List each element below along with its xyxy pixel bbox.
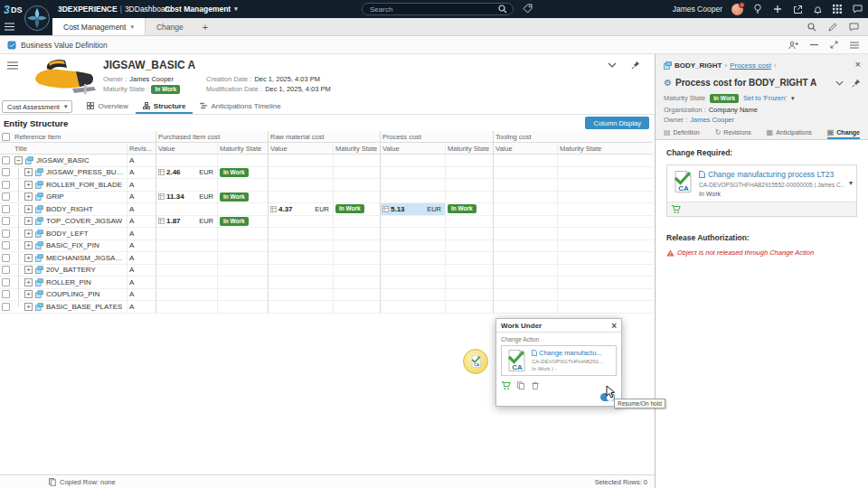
cost-value-cell[interactable]	[380, 265, 445, 277]
cost-value-cell[interactable]	[268, 301, 333, 314]
change-action-link[interactable]: Change manufactu...	[532, 349, 603, 357]
close-icon[interactable]: ×	[611, 321, 617, 331]
change-action-card[interactable]: CA Change manufacturing process LT23 CA-…	[666, 164, 857, 217]
row-checkbox[interactable]	[2, 266, 10, 274]
search-input[interactable]	[368, 5, 498, 14]
table-row[interactable]: +COUPLING_PINA	[0, 289, 653, 302]
row-checkbox[interactable]	[2, 205, 10, 213]
cost-maturity-cell[interactable]	[445, 240, 493, 253]
collapse-panel-chevron-icon[interactable]	[835, 80, 844, 86]
change-action-drag-ghost[interactable]: CA	[463, 349, 488, 374]
copy-icon[interactable]	[516, 380, 525, 390]
expand-toggle-icon[interactable]: +	[24, 241, 33, 249]
cost-value-cell[interactable]	[380, 192, 445, 204]
tab-anticipations-timeline[interactable]: Anticipations Timeline	[193, 99, 288, 114]
tab-overview[interactable]: Overview	[80, 99, 135, 114]
chevron-down-icon[interactable]: ▾	[791, 95, 795, 102]
cost-maturity-cell[interactable]	[557, 155, 653, 167]
cost-maturity-cell[interactable]: In Work	[217, 167, 268, 180]
cost-maturity-cell[interactable]	[333, 228, 380, 240]
cost-maturity-cell[interactable]	[217, 277, 268, 289]
tab-change[interactable]: ▣Change	[827, 127, 860, 139]
table-row[interactable]: +BASIC_BASE_PLATESA	[0, 301, 653, 314]
cost-value-cell[interactable]	[156, 203, 217, 216]
compass-icon[interactable]	[24, 5, 51, 32]
select-all-checkbox[interactable]	[2, 133, 10, 141]
expand-toggle-icon[interactable]: +	[24, 217, 33, 225]
cost-maturity-cell[interactable]	[445, 265, 493, 277]
cost-value-cell[interactable]	[268, 216, 333, 229]
cost-value-cell[interactable]	[493, 228, 557, 240]
cost-maturity-cell[interactable]	[333, 167, 380, 180]
row-checkbox[interactable]	[2, 241, 10, 249]
3ds-logo-icon[interactable]: 3DS	[4, 2, 24, 16]
cost-maturity-cell[interactable]	[445, 216, 493, 229]
table-row[interactable]: +BODY_LEFTA	[0, 228, 653, 240]
table-row[interactable]: +JIGSAW_PRESS_BUTTONA2.46EURIn Work	[0, 167, 653, 180]
row-checkbox[interactable]	[2, 156, 10, 164]
cost-maturity-cell[interactable]	[333, 252, 380, 265]
cost-value-cell[interactable]	[268, 277, 333, 289]
row-checkbox[interactable]	[2, 230, 10, 238]
tab-definition[interactable]: ▤Definition	[664, 127, 700, 139]
cost-value-cell[interactable]: 11.34EUR	[156, 192, 217, 204]
col-value[interactable]: Value	[156, 143, 217, 155]
change-basket-icon[interactable]	[501, 380, 511, 390]
cost-value-cell[interactable]	[493, 216, 557, 229]
cost-maturity-cell[interactable]	[445, 167, 493, 180]
cost-maturity-cell[interactable]	[333, 289, 380, 302]
row-checkbox[interactable]	[2, 303, 10, 311]
expand-toggle-icon[interactable]: +	[24, 230, 33, 238]
expand-toggle-icon[interactable]: +	[24, 254, 33, 262]
col-group-reference-item[interactable]: Reference Item	[13, 131, 156, 143]
col-maturity-state[interactable]: Maturity State	[445, 143, 493, 155]
cost-maturity-cell[interactable]	[557, 252, 653, 265]
pin-icon[interactable]	[852, 79, 861, 88]
expand-toggle-icon[interactable]: +	[24, 205, 33, 213]
cost-maturity-cell[interactable]	[445, 252, 493, 265]
cost-value-cell[interactable]	[380, 228, 445, 240]
cost-value-cell[interactable]	[156, 277, 217, 289]
cost-maturity-cell[interactable]	[333, 240, 380, 253]
cost-value-cell[interactable]	[156, 155, 217, 167]
col-revision[interactable]: Revis...	[127, 143, 156, 155]
cost-value-cell[interactable]	[268, 228, 333, 240]
expand-toggle-icon[interactable]: +	[24, 168, 33, 176]
change-basket-icon[interactable]	[671, 204, 681, 214]
cost-value-cell[interactable]	[156, 301, 217, 314]
cost-maturity-cell[interactable]	[217, 252, 268, 265]
app-menu-dropdown[interactable]: Cost Management ▾	[165, 0, 238, 18]
cost-maturity-cell[interactable]	[445, 289, 493, 302]
cost-maturity-cell[interactable]	[557, 240, 653, 253]
delete-icon[interactable]	[531, 380, 540, 390]
cost-value-cell[interactable]	[380, 167, 445, 180]
cost-maturity-cell[interactable]	[333, 301, 380, 314]
cost-maturity-cell[interactable]: In Work	[445, 203, 493, 216]
cost-maturity-cell[interactable]	[333, 277, 380, 289]
cost-maturity-cell[interactable]	[445, 179, 493, 192]
expand-icon[interactable]	[830, 41, 838, 49]
tab-anticipations[interactable]: ▦Anticipations	[767, 127, 812, 139]
cost-maturity-cell[interactable]	[557, 203, 653, 216]
cost-value-cell[interactable]	[380, 252, 445, 265]
tab-structure[interactable]: Structure	[136, 99, 193, 114]
cost-value-cell[interactable]	[268, 179, 333, 192]
cost-maturity-cell[interactable]	[217, 228, 268, 240]
cost-maturity-cell[interactable]	[217, 289, 268, 302]
cost-value-cell[interactable]	[493, 252, 557, 265]
cost-maturity-cell[interactable]	[333, 192, 380, 204]
cost-value-cell[interactable]	[156, 252, 217, 265]
chat-icon[interactable]	[852, 4, 863, 14]
breadcrumb-item-link[interactable]: Process cost	[730, 61, 771, 70]
cost-maturity-cell[interactable]	[333, 155, 380, 167]
comments-icon[interactable]	[849, 23, 859, 32]
cost-value-cell[interactable]: 4.37EUR	[268, 203, 333, 216]
add-tab-button[interactable]: +	[194, 18, 216, 35]
cost-value-cell[interactable]	[156, 240, 217, 253]
cost-maturity-cell[interactable]	[333, 265, 380, 277]
cost-maturity-cell[interactable]	[557, 167, 653, 180]
cost-maturity-cell[interactable]	[333, 216, 380, 229]
cost-value-cell[interactable]	[156, 289, 217, 302]
cost-maturity-cell[interactable]: In Work	[333, 203, 380, 216]
cost-value-cell[interactable]	[493, 155, 557, 167]
